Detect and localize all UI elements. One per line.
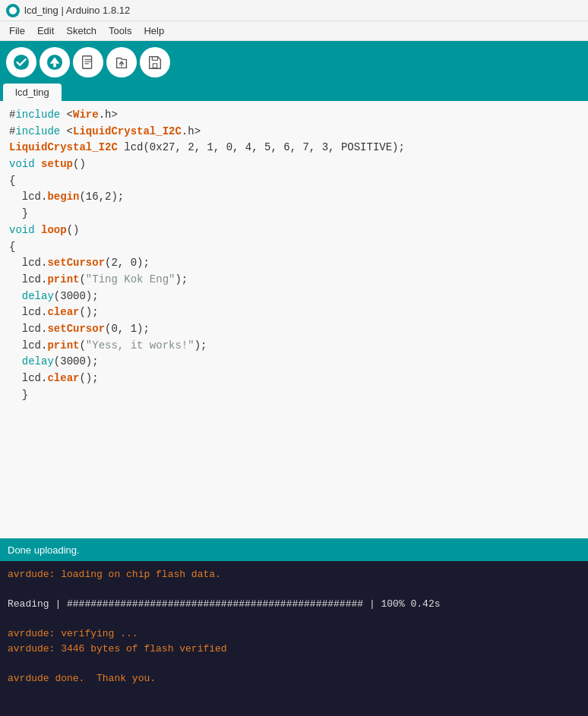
code-line-19: lcd.print("Yess, it works!"); [0, 338, 588, 355]
console-line-1 [8, 582, 580, 598]
status-message: Done uploading. [8, 544, 80, 556]
console-line-6 [8, 656, 580, 671]
console-line-4: avrdude: verifying ... [8, 626, 580, 642]
code-line-12: void loop() [0, 222, 588, 239]
code-line-1: #include <Wire.h> [0, 107, 588, 124]
svg-rect-3 [53, 64, 56, 68]
menu-tools[interactable]: Tools [103, 24, 138, 38]
console-line-5: avrdude: 3446 bytes of flash verified [8, 642, 580, 657]
svg-point-0 [14, 55, 29, 70]
save-button[interactable] [140, 47, 170, 77]
code-line-15: lcd.print("Ting Kok Eng"); [0, 272, 588, 289]
new-button[interactable] [73, 47, 103, 77]
svg-rect-4 [83, 56, 92, 69]
menu-help[interactable]: Help [138, 24, 170, 38]
console-line-2: Reading | ##############################… [8, 597, 580, 612]
console-line-0: avrdude: loading on chip flash data. [8, 567, 580, 582]
verify-button[interactable] [6, 47, 36, 77]
code-line-21: lcd.clear(); [0, 371, 588, 387]
code-line-13: { [0, 239, 588, 256]
code-line-22: } [0, 387, 588, 404]
menu-bar: File Edit Sketch Tools Help [0, 21, 588, 41]
menu-file[interactable]: File [3, 24, 31, 38]
console-output: avrdude: loading on chip flash data. Rea… [0, 561, 588, 716]
code-line-4: LiquidCrystal_I2C lcd(0x27, 2, 1, 0, 4, … [0, 140, 588, 156]
open-button[interactable] [106, 47, 137, 77]
code-line-16: delay(3000); [0, 289, 588, 305]
code-line-20: delay(3000); [0, 354, 588, 371]
menu-sketch[interactable]: Sketch [60, 24, 103, 38]
code-line-14: lcd.setCursor(2, 0); [0, 255, 588, 272]
code-line-8: { [0, 173, 588, 190]
console-status: Done uploading. [0, 541, 588, 561]
code-line-7: void setup() [0, 156, 588, 173]
tab-bar: lcd_ting [0, 84, 588, 101]
menu-edit[interactable]: Edit [31, 24, 60, 38]
app-logo [6, 4, 20, 17]
code-line-9: lcd.begin(16,2); [0, 189, 588, 206]
window-title: lcd_ting | Arduino 1.8.12 [24, 5, 130, 16]
upload-button[interactable] [40, 47, 70, 77]
tab-lcd-ting[interactable]: lcd_ting [3, 84, 62, 101]
svg-rect-9 [153, 64, 157, 68]
code-line-2: #include <LiquidCrystal_I2C.h> [0, 124, 588, 140]
code-line-17: lcd.clear(); [0, 304, 588, 321]
toolbar [0, 41, 588, 84]
code-editor[interactable]: #include <Wire.h> #include <LiquidCrysta… [0, 101, 588, 541]
code-line-18: lcd.setCursor(0, 1); [0, 321, 588, 338]
title-bar: lcd_ting | Arduino 1.8.12 [0, 0, 588, 21]
console-line-3 [8, 612, 580, 627]
code-line-10: } [0, 206, 588, 222]
console-line-7: avrdude done. Thank you. [8, 671, 580, 686]
